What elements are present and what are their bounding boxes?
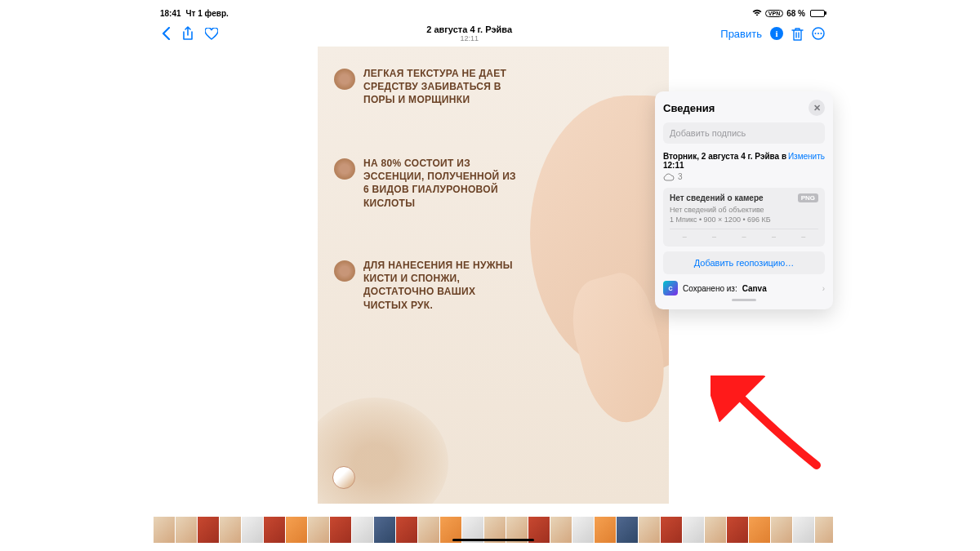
drag-handle[interactable] [732, 299, 756, 301]
close-button[interactable]: ✕ [808, 100, 825, 116]
exif-cell: – [789, 233, 818, 241]
status-bar: 18:41 Чт 1 февр. VPN 68 % [154, 6, 833, 20]
thumbnail[interactable] [705, 517, 726, 543]
camera-info-box: Нет сведений о камере PNG Нет сведений о… [663, 188, 825, 247]
photo-viewer[interactable]: ЛЕГКАЯ ТЕКСТУРА НЕ ДАЕТ СРЕДСТВУ ЗАБИВАТ… [154, 47, 833, 504]
source-app-name: Canva [742, 284, 767, 293]
thumbnail[interactable] [308, 517, 329, 543]
thumbnail[interactable] [683, 517, 704, 543]
cream-splash [318, 398, 448, 504]
thumbnail[interactable] [771, 517, 792, 543]
photo-time: 12:11 [426, 34, 512, 42]
thumbnail[interactable] [793, 517, 814, 543]
thumbnail[interactable] [727, 517, 748, 543]
photo-title: 2 августа 4 г. Рэйва [426, 24, 512, 34]
source-app-row[interactable]: C Сохранено из: Canva › [663, 281, 825, 295]
cloud-icon [663, 173, 675, 181]
thumbnail[interactable] [661, 517, 682, 543]
bullet-3-text: ДЛЯ НАНЕСЕНИЯ НЕ НУЖНЫ КИСТИ И СПОНЖИ, Д… [363, 259, 519, 312]
photo-content: ЛЕГКАЯ ТЕКСТУРА НЕ ДАЕТ СРЕДСТВУ ЗАБИВАТ… [318, 47, 669, 504]
toolbar: 2 августа 4 г. Рэйва 12:11 Править i [154, 20, 833, 47]
back-button[interactable] [162, 27, 171, 40]
favorite-button[interactable] [205, 28, 218, 40]
thumbnail[interactable] [352, 517, 373, 543]
format-badge: PNG [798, 193, 818, 202]
delete-button[interactable] [791, 27, 804, 41]
modify-date-button[interactable]: Изменить [788, 152, 825, 161]
thumbnail[interactable] [220, 517, 241, 543]
home-indicator[interactable] [452, 539, 534, 541]
info-panel-title: Сведения [663, 102, 715, 114]
thumbnail[interactable] [418, 517, 439, 543]
thumbnail[interactable] [198, 517, 219, 543]
bullet-dot-icon [334, 69, 355, 90]
file-meta: 1 Мпикс • 900 × 1200 • 696 КБ [670, 216, 818, 224]
wifi-icon [752, 9, 762, 18]
thumbnail[interactable] [815, 517, 833, 543]
exif-cell: – [699, 233, 728, 241]
info-button[interactable]: i [770, 27, 783, 40]
add-geo-button[interactable]: Добавить геопозицию… [663, 251, 825, 274]
caption-input[interactable]: Добавить подпись [663, 122, 825, 144]
bullet-2-text: НА 80% СОСТОИТ ИЗ ЭССЕНЦИИ, ПОЛУЧЕННОЙ И… [363, 157, 519, 210]
brand-logo [332, 466, 355, 489]
status-date: Чт 1 февр. [186, 9, 229, 18]
share-button[interactable] [182, 26, 194, 41]
thumbnail[interactable] [242, 517, 263, 543]
more-button[interactable] [812, 27, 825, 40]
canva-icon: C [663, 281, 678, 295]
svg-point-3 [814, 33, 816, 34]
saved-from-label: Сохранено из: [683, 284, 737, 293]
thumbnail[interactable] [572, 517, 594, 543]
info-panel: Сведения ✕ Добавить подпись Вторник, 2 а… [655, 91, 833, 309]
thumbnail[interactable] [286, 517, 307, 543]
exif-cell: – [759, 233, 788, 241]
battery-icon [808, 10, 826, 17]
thumbnail[interactable] [176, 517, 197, 543]
status-time: 18:41 [160, 9, 181, 18]
svg-text:i: i [775, 29, 777, 38]
thumbnail[interactable] [617, 517, 638, 543]
cloud-status: 3 [663, 172, 825, 181]
edit-button[interactable]: Править [720, 28, 762, 40]
cloud-count: 3 [678, 172, 683, 181]
bullet-1-text: ЛЕГКАЯ ТЕКСТУРА НЕ ДАЕТ СРЕДСТВУ ЗАБИВАТ… [363, 67, 519, 107]
svg-point-4 [817, 33, 819, 34]
bullet-3: ДЛЯ НАНЕСЕНИЯ НЕ НУЖНЫ КИСТИ И СПОНЖИ, Д… [334, 259, 519, 312]
bullet-dot-icon [334, 260, 355, 282]
info-date: Вторник, 2 августа 4 г. Рэйва в 12:11 [663, 152, 788, 170]
exif-cell: – [729, 233, 759, 241]
thumbnail[interactable] [595, 517, 616, 543]
chevron-right-icon: › [822, 284, 825, 293]
thumbnail[interactable] [264, 517, 285, 543]
thumbnail[interactable] [396, 517, 417, 543]
thumbnail[interactable] [550, 517, 572, 543]
svg-point-5 [820, 33, 822, 34]
thumbnail[interactable] [639, 517, 660, 543]
battery-percent: 68 % [786, 9, 805, 18]
bullet-1: ЛЕГКАЯ ТЕКСТУРА НЕ ДАЕТ СРЕДСТВУ ЗАБИВАТ… [334, 67, 519, 107]
thumbnail[interactable] [330, 517, 351, 543]
vpn-badge: VPN [765, 10, 783, 17]
thumbnail[interactable] [154, 517, 175, 543]
bullet-2: НА 80% СОСТОИТ ИЗ ЭССЕНЦИИ, ПОЛУЧЕННОЙ И… [334, 157, 519, 210]
bullet-dot-icon [334, 158, 355, 180]
thumbnail[interactable] [749, 517, 770, 543]
lens-none-label: Нет сведений об объективе [670, 206, 818, 214]
camera-none-label: Нет сведений о камере [670, 193, 764, 202]
thumbnail[interactable] [374, 517, 395, 543]
device-frame: 18:41 Чт 1 февр. VPN 68 % 2 августа 4 г.… [154, 6, 833, 544]
exif-cell: – [670, 233, 699, 241]
